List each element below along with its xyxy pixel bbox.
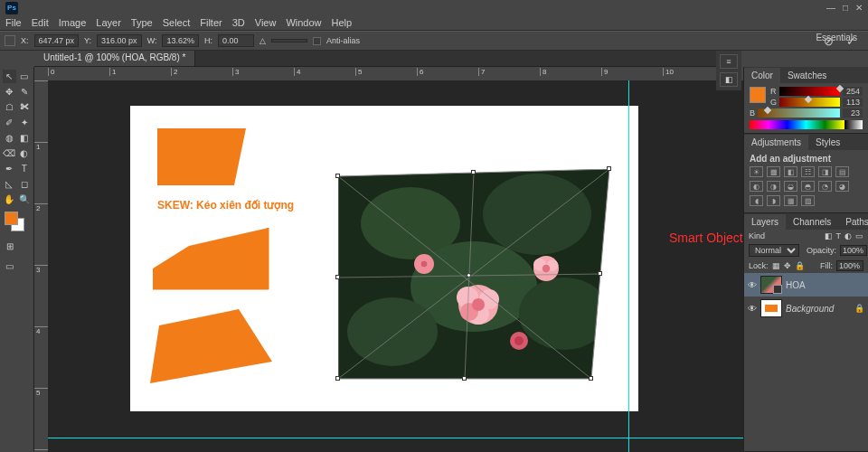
adj-channel-icon[interactable]: ◒ — [784, 181, 797, 192]
foreground-color-swatch[interactable] — [5, 212, 18, 225]
rotation-input[interactable] — [271, 39, 307, 42]
menu-3d[interactable]: 3D — [232, 17, 245, 28]
menu-filter[interactable]: Filter — [200, 17, 222, 28]
adj-bw-icon[interactable]: ◐ — [750, 181, 763, 192]
minimize-button[interactable]: — — [826, 3, 835, 13]
menu-window[interactable]: Window — [286, 17, 321, 28]
b-slider[interactable] — [758, 108, 840, 118]
filter-icon[interactable]: ◐ — [844, 231, 852, 240]
transform-handle[interactable] — [335, 174, 340, 178]
adj-more-icon[interactable]: ▨ — [801, 195, 815, 206]
layer-name[interactable]: HOA — [786, 280, 806, 290]
path-tool[interactable]: ◺ — [3, 177, 16, 191]
brush-tool[interactable]: ✦ — [18, 116, 32, 129]
adj-vibrance-icon[interactable]: ◨ — [818, 166, 832, 177]
guide-horizontal[interactable] — [48, 438, 743, 438]
transform-handle[interactable] — [471, 170, 476, 174]
adj-levels-icon[interactable]: ▩ — [767, 166, 780, 177]
menu-edit[interactable]: Edit — [32, 17, 49, 28]
tab-styles[interactable]: Styles — [808, 135, 847, 150]
transform-center[interactable] — [467, 273, 471, 278]
lock-position-icon[interactable]: ✥ — [784, 261, 791, 270]
adj-lookup-icon[interactable]: ◓ — [801, 181, 815, 192]
eraser-tool[interactable]: ⌫ — [3, 146, 16, 160]
tab-layers[interactable]: Layers — [744, 214, 786, 230]
adj-poster-icon[interactable]: ◕ — [835, 181, 849, 192]
opacity-input[interactable]: 100% — [840, 245, 867, 256]
filter-icon[interactable]: T — [836, 231, 842, 240]
adj-select-icon[interactable]: ▦ — [784, 195, 797, 206]
transform-handle[interactable] — [335, 376, 340, 381]
guide-vertical[interactable] — [628, 80, 629, 452]
color-swatches[interactable] — [3, 212, 31, 233]
w-input[interactable]: 13.62% — [162, 34, 199, 47]
menu-layer[interactable]: Layer — [96, 17, 121, 28]
history-dock-icon[interactable]: ≡ — [720, 54, 738, 69]
photo-smart-object[interactable] — [338, 169, 618, 386]
canvas-area[interactable]: 012345678910 123456 SKEW: Kéo xiên đối t… — [34, 67, 743, 452]
visibility-icon[interactable]: 👁 — [748, 304, 757, 314]
tab-paths[interactable]: Paths — [838, 214, 868, 230]
r-slider[interactable] — [779, 87, 841, 96]
document-tab[interactable]: Untitled-1 @ 100% (HOA, RGB/8) * — [34, 51, 195, 66]
menu-image[interactable]: Image — [59, 17, 87, 28]
menu-select[interactable]: Select — [163, 17, 191, 28]
h-input[interactable]: 0.00 — [218, 34, 254, 47]
marquee-tool[interactable]: ▭ — [18, 70, 32, 83]
filter-icon[interactable]: ◧ — [825, 231, 833, 240]
wand-tool[interactable]: ✎ — [18, 85, 32, 99]
layer-thumb[interactable] — [760, 299, 782, 317]
lock-pixels-icon[interactable]: ▦ — [772, 261, 780, 270]
tab-adjustments[interactable]: Adjustments — [744, 135, 808, 150]
color-spectrum[interactable] — [750, 120, 863, 129]
properties-dock-icon[interactable]: ◧ — [720, 72, 738, 87]
x-input[interactable]: 647.47 px — [34, 34, 80, 47]
transform-handle[interactable] — [589, 376, 593, 381]
layer-row-hoa[interactable]: 👁 HOA — [744, 273, 868, 297]
gradient-tool[interactable]: ◐ — [18, 146, 32, 160]
layer-row-background[interactable]: 👁 Background 🔒 — [744, 297, 868, 320]
workspace-switcher[interactable]: Essentials — [810, 31, 863, 44]
lock-all-icon[interactable]: 🔒 — [795, 261, 805, 270]
zoom-tool[interactable]: 🔍 — [18, 193, 32, 206]
screenmode-tool[interactable]: ▭ — [3, 259, 16, 273]
menu-help[interactable]: Help — [332, 17, 353, 28]
transform-handle[interactable] — [607, 166, 611, 171]
history-brush-tool[interactable]: ◧ — [18, 131, 32, 145]
ruler-vertical[interactable]: 123456 — [34, 80, 48, 452]
adj-gradient-icon[interactable]: ◗ — [767, 195, 780, 206]
pen-tool[interactable]: ✒ — [3, 162, 16, 175]
adj-invert-icon[interactable]: ◔ — [818, 181, 832, 192]
visibility-icon[interactable]: 👁 — [748, 280, 757, 290]
adj-photo-icon[interactable]: ◑ — [767, 181, 780, 192]
color-preview[interactable] — [750, 87, 766, 103]
lasso-tool[interactable]: ✥ — [3, 85, 16, 99]
eyedropper-tool[interactable]: ✀ — [18, 100, 32, 114]
adj-exposure-icon[interactable]: ☷ — [801, 166, 815, 177]
menu-file[interactable]: File — [5, 17, 22, 28]
stamp-tool[interactable]: ◍ — [3, 131, 16, 145]
adj-curves-icon[interactable]: ◧ — [784, 166, 797, 177]
adj-hue-icon[interactable]: ▤ — [835, 166, 849, 177]
menu-view[interactable]: View — [255, 17, 277, 28]
transform-handle[interactable] — [462, 376, 467, 381]
g-slider[interactable] — [779, 98, 840, 107]
filter-icon[interactable]: ▭ — [855, 231, 863, 240]
antialias-checkbox[interactable] — [313, 37, 321, 45]
heal-tool[interactable]: ✐ — [3, 116, 16, 129]
menu-type[interactable]: Type — [131, 17, 153, 28]
type-tool[interactable]: T — [18, 162, 32, 175]
hand-tool[interactable]: ✋ — [3, 193, 16, 206]
tab-color[interactable]: Color — [744, 68, 780, 83]
tab-swatches[interactable]: Swatches — [780, 68, 834, 83]
ruler-horizontal[interactable]: 012345678910 — [48, 67, 743, 80]
transform-handle[interactable] — [598, 271, 602, 276]
adj-threshold-icon[interactable]: ◖ — [750, 195, 763, 206]
canvas[interactable]: SKEW: Kéo xiên đối tượng — [130, 106, 638, 411]
maximize-button[interactable]: □ — [843, 3, 848, 13]
fill-input[interactable]: 100% — [836, 260, 863, 271]
adj-brightness-icon[interactable]: ☀ — [750, 166, 763, 177]
layer-thumb[interactable] — [760, 276, 782, 294]
close-button[interactable]: ✕ — [855, 3, 863, 13]
quickmask-tool[interactable]: ⊞ — [3, 240, 16, 253]
